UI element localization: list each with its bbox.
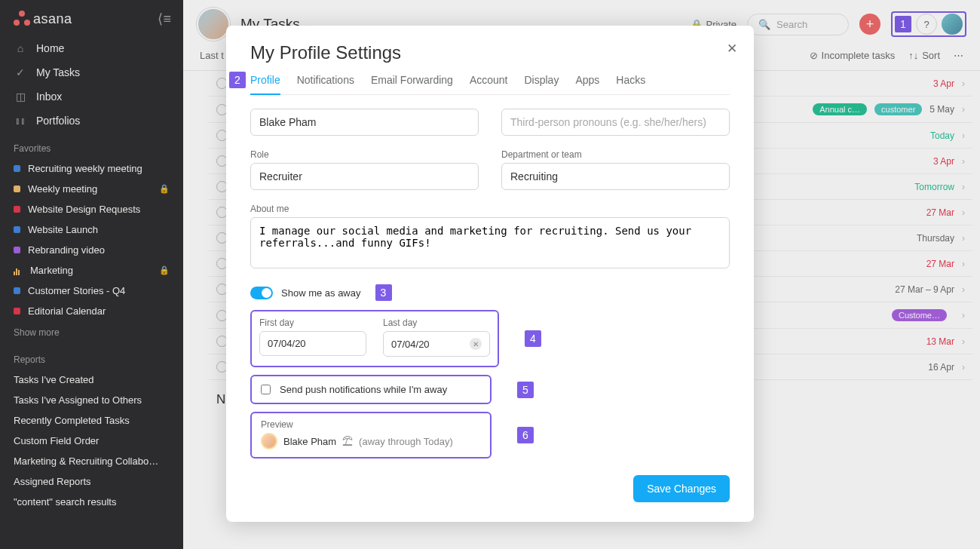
tab-hacks[interactable]: Hacks — [616, 74, 645, 94]
preview-avatar — [261, 433, 277, 449]
role-label: Role — [250, 149, 479, 160]
pronouns-input[interactable] — [501, 109, 730, 136]
away-date-range: First day 07/04/20 Last day 07/04/20✕ 4 — [250, 310, 499, 367]
tab-email-forwarding[interactable]: Email Forwarding — [371, 74, 453, 94]
preview-name: Blake Pham — [283, 436, 336, 447]
last-day-label: Last day — [383, 317, 490, 328]
name-input[interactable] — [250, 109, 479, 136]
annotation-badge: 2 — [229, 72, 246, 88]
dept-label: Department or team — [501, 149, 730, 160]
first-day-input[interactable]: 07/04/20 — [259, 331, 366, 356]
tab-account[interactable]: Account — [470, 74, 508, 94]
tabs: 2 ProfileNotificationsEmail ForwardingAc… — [250, 74, 730, 95]
preview-away-text: (away through Today) — [359, 436, 453, 447]
first-day-label: First day — [259, 317, 366, 328]
tab-notifications[interactable]: Notifications — [297, 74, 354, 94]
preview-label: Preview — [261, 419, 481, 430]
push-checkbox[interactable] — [261, 385, 271, 394]
save-button[interactable]: Save Changes — [633, 475, 730, 502]
profile-settings-modal: ✕ My Profile Settings 2 ProfileNotificat… — [226, 26, 754, 522]
push-label: Send push notifications while I'm away — [280, 384, 447, 395]
annotation-badge: 6 — [517, 427, 534, 443]
away-label: Show me as away — [281, 287, 361, 299]
role-input[interactable] — [250, 163, 479, 190]
last-day-input[interactable]: 07/04/20✕ — [383, 331, 490, 357]
tab-profile[interactable]: Profile — [250, 74, 280, 95]
tab-display[interactable]: Display — [524, 74, 559, 94]
push-while-away: Send push notifications while I'm away 5 — [250, 375, 492, 404]
annotation-badge: 3 — [375, 284, 392, 301]
annotation-badge: 5 — [517, 382, 534, 398]
vacation-icon: ⛱ — [342, 435, 353, 447]
modal-title: My Profile Settings — [250, 42, 730, 63]
modal-overlay: ✕ My Profile Settings 2 ProfileNotificat… — [0, 0, 980, 549]
dept-input[interactable] — [501, 163, 730, 190]
tab-apps[interactable]: Apps — [575, 74, 599, 94]
close-icon[interactable]: ✕ — [727, 41, 737, 57]
about-label: About me — [250, 204, 730, 214]
clear-icon[interactable]: ✕ — [470, 338, 482, 350]
away-toggle[interactable] — [250, 287, 273, 299]
annotation-badge: 4 — [525, 330, 541, 347]
about-textarea[interactable] — [250, 217, 730, 268]
away-preview: Preview Blake Pham ⛱ (away through Today… — [250, 412, 492, 459]
